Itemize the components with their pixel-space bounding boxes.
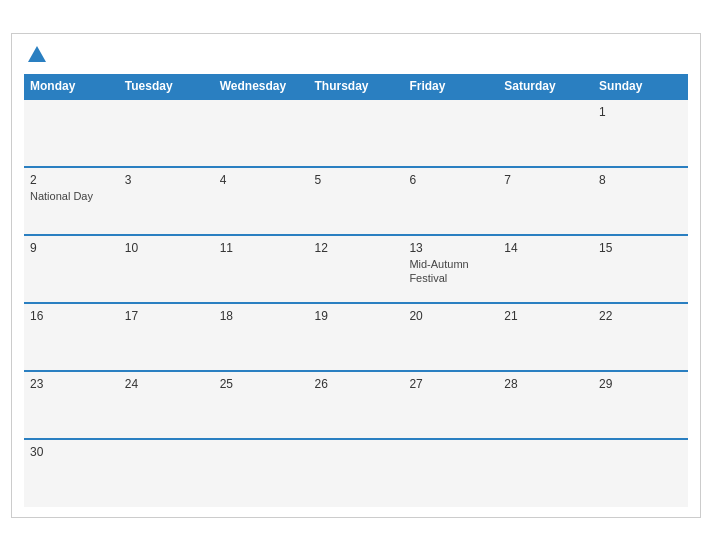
calendar-cell <box>119 99 214 167</box>
calendar-cell: 24 <box>119 371 214 439</box>
day-number: 15 <box>599 241 682 255</box>
calendar-cell: 5 <box>309 167 404 235</box>
weekday-header-tuesday: Tuesday <box>119 74 214 99</box>
day-number: 9 <box>30 241 113 255</box>
week-row-2: 2National Day345678 <box>24 167 688 235</box>
calendar-cell: 13Mid-Autumn Festival <box>403 235 498 303</box>
calendar-cell: 23 <box>24 371 119 439</box>
calendar-cell <box>403 99 498 167</box>
day-number: 7 <box>504 173 587 187</box>
weekday-header-thursday: Thursday <box>309 74 404 99</box>
week-row-6: 30 <box>24 439 688 507</box>
day-number: 13 <box>409 241 492 255</box>
calendar-cell: 21 <box>498 303 593 371</box>
holiday-label: Mid-Autumn Festival <box>409 257 492 286</box>
calendar-cell <box>593 439 688 507</box>
week-row-5: 23242526272829 <box>24 371 688 439</box>
calendar-cell: 18 <box>214 303 309 371</box>
calendar-cell: 10 <box>119 235 214 303</box>
day-number: 29 <box>599 377 682 391</box>
calendar-cell: 1 <box>593 99 688 167</box>
day-number: 22 <box>599 309 682 323</box>
weekday-header-wednesday: Wednesday <box>214 74 309 99</box>
calendar-cell <box>214 439 309 507</box>
calendar-cell: 22 <box>593 303 688 371</box>
calendar-cell: 26 <box>309 371 404 439</box>
day-number: 14 <box>504 241 587 255</box>
calendar-cell: 25 <box>214 371 309 439</box>
week-row-3: 910111213Mid-Autumn Festival1415 <box>24 235 688 303</box>
logo <box>24 44 48 66</box>
day-number: 12 <box>315 241 398 255</box>
calendar-cell <box>309 439 404 507</box>
calendar-cell <box>119 439 214 507</box>
calendar-cell: 16 <box>24 303 119 371</box>
calendar-cell: 12 <box>309 235 404 303</box>
day-number: 10 <box>125 241 208 255</box>
day-number: 24 <box>125 377 208 391</box>
calendar-cell: 30 <box>24 439 119 507</box>
day-number: 16 <box>30 309 113 323</box>
day-number: 27 <box>409 377 492 391</box>
calendar-cell: 7 <box>498 167 593 235</box>
day-number: 21 <box>504 309 587 323</box>
calendar-cell <box>24 99 119 167</box>
day-number: 2 <box>30 173 113 187</box>
day-number: 20 <box>409 309 492 323</box>
calendar-header <box>24 44 688 66</box>
calendar-cell <box>403 439 498 507</box>
calendar-cell: 2National Day <box>24 167 119 235</box>
calendar-cell: 19 <box>309 303 404 371</box>
day-number: 8 <box>599 173 682 187</box>
calendar-cell <box>214 99 309 167</box>
day-number: 30 <box>30 445 113 459</box>
weekday-header-friday: Friday <box>403 74 498 99</box>
day-number: 28 <box>504 377 587 391</box>
day-number: 23 <box>30 377 113 391</box>
calendar-cell: 27 <box>403 371 498 439</box>
week-row-1: 1 <box>24 99 688 167</box>
day-number: 6 <box>409 173 492 187</box>
day-number: 3 <box>125 173 208 187</box>
calendar-cell: 20 <box>403 303 498 371</box>
day-number: 5 <box>315 173 398 187</box>
calendar-cell <box>498 99 593 167</box>
week-row-4: 16171819202122 <box>24 303 688 371</box>
calendar-cell: 17 <box>119 303 214 371</box>
calendar-cell <box>309 99 404 167</box>
weekday-header-saturday: Saturday <box>498 74 593 99</box>
calendar-cell: 3 <box>119 167 214 235</box>
calendar-cell: 14 <box>498 235 593 303</box>
day-number: 18 <box>220 309 303 323</box>
svg-marker-0 <box>28 46 46 62</box>
calendar-table: MondayTuesdayWednesdayThursdayFridaySatu… <box>24 74 688 507</box>
logo-icon <box>26 44 48 66</box>
calendar-cell: 15 <box>593 235 688 303</box>
calendar-cell: 6 <box>403 167 498 235</box>
calendar-cell <box>498 439 593 507</box>
calendar-cell: 8 <box>593 167 688 235</box>
day-number: 11 <box>220 241 303 255</box>
calendar-cell: 28 <box>498 371 593 439</box>
calendar-cell: 29 <box>593 371 688 439</box>
day-number: 26 <box>315 377 398 391</box>
weekday-header-sunday: Sunday <box>593 74 688 99</box>
day-number: 19 <box>315 309 398 323</box>
day-number: 4 <box>220 173 303 187</box>
calendar-cell: 4 <box>214 167 309 235</box>
calendar-cell: 9 <box>24 235 119 303</box>
weekday-header-row: MondayTuesdayWednesdayThursdayFridaySatu… <box>24 74 688 99</box>
calendar-cell: 11 <box>214 235 309 303</box>
weekday-header-monday: Monday <box>24 74 119 99</box>
day-number: 17 <box>125 309 208 323</box>
calendar: MondayTuesdayWednesdayThursdayFridaySatu… <box>11 33 701 518</box>
day-number: 25 <box>220 377 303 391</box>
holiday-label: National Day <box>30 189 113 203</box>
day-number: 1 <box>599 105 682 119</box>
